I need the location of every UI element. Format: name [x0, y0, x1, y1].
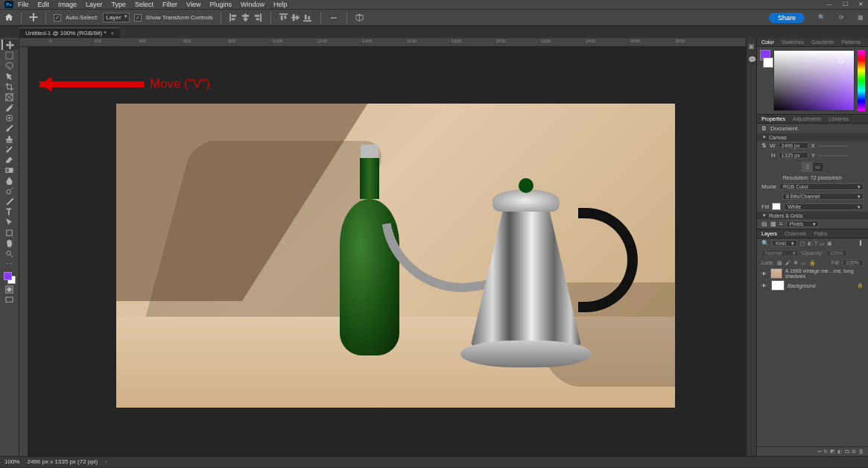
mode-dropdown[interactable]: RGB Color: [779, 183, 864, 190]
landscape-icon[interactable]: ▭: [813, 162, 823, 171]
layer-thumbnail[interactable]: [770, 268, 782, 279]
group-icon[interactable]: 🗀: [844, 449, 849, 455]
blur-tool[interactable]: [1, 175, 18, 186]
menu-layer[interactable]: Layer: [86, 1, 103, 8]
panel-color-swatch[interactable]: [760, 50, 770, 111]
quickmask-tool[interactable]: [1, 284, 18, 294]
quick-select-tool[interactable]: [1, 71, 18, 81]
filter-adjust-icon[interactable]: ◐: [808, 241, 812, 247]
window-minimize-icon[interactable]: —: [826, 1, 832, 7]
auto-select-dropdown[interactable]: Layer: [103, 13, 130, 22]
vertical-ruler[interactable]: [19, 47, 28, 456]
filter-smart-icon[interactable]: ▣: [827, 241, 832, 247]
eraser-tool[interactable]: [1, 154, 18, 165]
more-align-icon[interactable]: •••: [329, 13, 339, 23]
layer-row[interactable]: 👁 A 1960 vintage me…me, long shadows: [757, 268, 868, 279]
doc-info[interactable]: 2496 px x 1335 px (72 ppi): [27, 458, 98, 465]
shape-tool[interactable]: [1, 227, 18, 238]
filter-toggle-icon[interactable]: ⏽: [858, 240, 864, 247]
opacity-field[interactable]: 100%: [826, 250, 847, 256]
x-field[interactable]: [818, 145, 848, 147]
cloud-sync-icon[interactable]: ⟳: [839, 14, 844, 21]
document-canvas[interactable]: [116, 104, 675, 408]
link-layers-icon[interactable]: ⇔: [817, 449, 822, 455]
color-field[interactable]: [773, 50, 855, 111]
move-tool[interactable]: [1, 39, 18, 50]
align-left-icon[interactable]: [229, 13, 239, 23]
tab-swatches[interactable]: Swatches: [782, 39, 804, 45]
document-tab[interactable]: Untitled-1 @ 100% (RGB/8#) * ×: [19, 28, 120, 38]
dodge-tool[interactable]: [1, 186, 18, 196]
screenmode-tool[interactable]: [1, 294, 18, 305]
share-button[interactable]: Share: [769, 13, 805, 23]
layer-name[interactable]: Background: [788, 283, 815, 288]
tab-channels[interactable]: Channels: [785, 231, 807, 236]
tab-color[interactable]: Color: [761, 39, 774, 45]
lock-all-icon[interactable]: 🔒: [809, 260, 816, 266]
filter-pixel-icon[interactable]: ▢: [800, 241, 805, 247]
brush-tool[interactable]: [1, 123, 18, 133]
zoom-tool[interactable]: [1, 248, 18, 259]
canvas-section-header[interactable]: Canvas: [757, 133, 868, 141]
status-more-icon[interactable]: ›: [105, 458, 107, 465]
hand-tool[interactable]: [1, 238, 18, 248]
tab-gradients[interactable]: Gradients: [811, 39, 834, 45]
lock-icon[interactable]: 🔒: [857, 282, 864, 288]
stamp-tool[interactable]: [1, 133, 18, 144]
layer-fill-field[interactable]: 100%: [843, 259, 864, 266]
rulers-section-header[interactable]: Rulers & Grids: [757, 212, 868, 219]
delete-layer-icon[interactable]: 🗑: [858, 449, 864, 455]
home-icon[interactable]: [4, 13, 13, 23]
window-maximize-icon[interactable]: ☐: [843, 1, 848, 7]
filter-icon[interactable]: 🔍: [761, 240, 769, 247]
new-layer-icon[interactable]: ⊞: [852, 449, 856, 455]
layer-filter-dropdown[interactable]: Kind: [772, 240, 797, 247]
menu-select[interactable]: Select: [135, 1, 153, 8]
path-select-tool[interactable]: [1, 217, 18, 227]
layer-fx-icon[interactable]: fx: [824, 449, 828, 455]
comments-panel-icon[interactable]: 💬: [748, 56, 755, 63]
color-swatch[interactable]: [4, 272, 16, 284]
auto-select-checkbox[interactable]: ✓: [54, 14, 61, 22]
pen-tool[interactable]: [1, 196, 18, 206]
fill-swatch[interactable]: [772, 203, 781, 210]
edit-toolbar-icon[interactable]: ⋯: [1, 259, 18, 269]
align-center-h-icon[interactable]: [241, 13, 251, 23]
layer-thumbnail[interactable]: [771, 280, 785, 291]
lock-trans-icon[interactable]: ▩: [777, 260, 782, 266]
lock-pos-icon[interactable]: ✥: [793, 260, 798, 266]
width-field[interactable]: 2496 px: [779, 142, 808, 149]
workspace-icon[interactable]: ▦: [858, 14, 864, 21]
type-tool[interactable]: T: [1, 206, 18, 217]
portrait-icon[interactable]: ▯: [802, 162, 813, 171]
tab-properties[interactable]: Properties: [761, 116, 785, 121]
align-top-icon[interactable]: [279, 13, 289, 23]
visibility-icon[interactable]: 👁: [761, 283, 768, 288]
canvas-area[interactable]: 0 200 400 600 800 1000 1200 1400 1600 18…: [19, 38, 746, 456]
tab-libraries[interactable]: Libraries: [829, 116, 849, 121]
ruler-icon[interactable]: ▤: [761, 221, 767, 227]
marquee-tool[interactable]: [1, 50, 18, 60]
close-tab-icon[interactable]: ×: [111, 30, 115, 37]
tab-layers[interactable]: Layers: [761, 231, 777, 236]
link-icon[interactable]: ⇅: [761, 142, 767, 149]
filter-type-icon[interactable]: T: [814, 241, 817, 247]
fill-dropdown[interactable]: White: [784, 203, 864, 210]
layer-mask-icon[interactable]: ◩: [830, 449, 835, 455]
menu-file[interactable]: File: [18, 1, 29, 8]
align-middle-icon[interactable]: [291, 13, 301, 23]
layer-row[interactable]: 👁 Background 🔒: [757, 279, 868, 291]
menu-plugins[interactable]: Plugins: [209, 1, 232, 8]
heal-tool[interactable]: [1, 113, 18, 123]
y-field[interactable]: [818, 155, 848, 156]
orientation-toggle[interactable]: ▯▭: [802, 162, 824, 172]
zoom-level[interactable]: 100%: [4, 458, 19, 465]
gradient-tool[interactable]: [1, 165, 18, 175]
eyedropper-tool[interactable]: [1, 102, 18, 113]
hue-slider[interactable]: [858, 50, 865, 111]
lock-pixels-icon[interactable]: 🖌: [785, 260, 791, 265]
show-transform-checkbox[interactable]: ✓: [134, 14, 142, 22]
crop-tool[interactable]: [1, 81, 18, 92]
tab-patterns[interactable]: Patterns: [841, 39, 861, 45]
3d-mode-icon[interactable]: [355, 13, 365, 23]
